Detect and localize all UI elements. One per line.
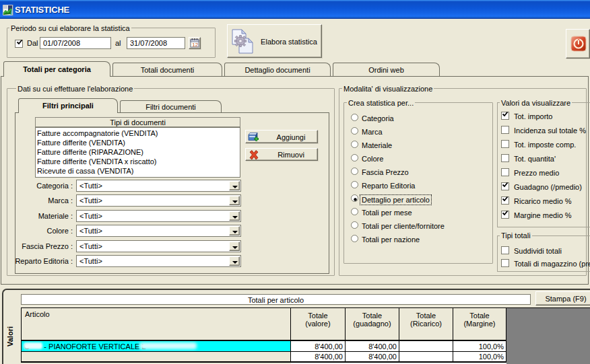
svg-text:12: 12 bbox=[192, 42, 198, 48]
